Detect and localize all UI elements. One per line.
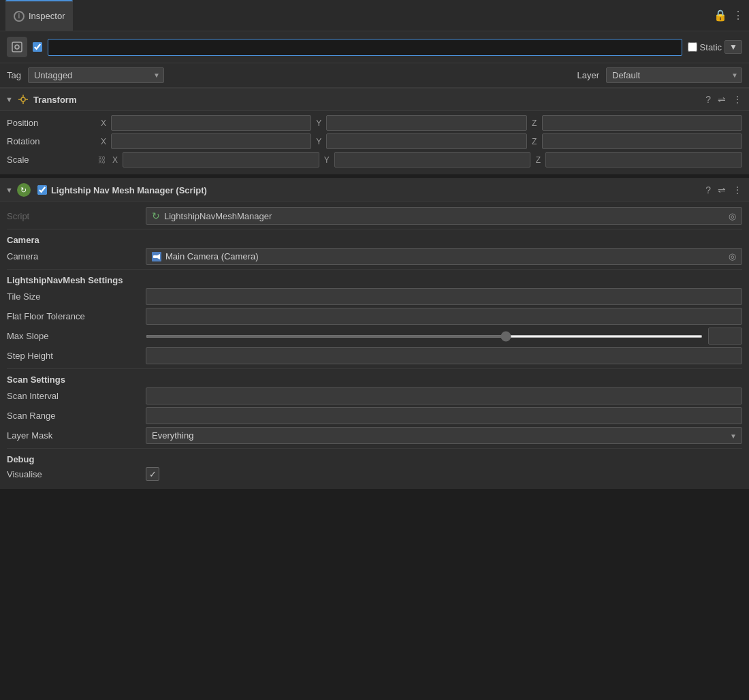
script-arrow-icon: ▼	[5, 186, 13, 194]
gameobject-name-input[interactable]: LightshipNavMeshManager	[48, 39, 682, 56]
script-dots-btn[interactable]: ⋮	[731, 183, 744, 197]
rotation-z-label: Z	[529, 137, 540, 146]
scale-y-input[interactable]: 1	[334, 152, 531, 168]
layer-mask-label: Layer Mask	[7, 430, 143, 441]
scan-interval-input[interactable]: 0.1	[146, 387, 742, 404]
flat-floor-label: Flat Floor Tolerance	[7, 311, 143, 321]
more-options-icon[interactable]: ⋮	[733, 9, 744, 22]
camera-field-label: Camera	[7, 251, 143, 261]
scale-z-input[interactable]: 1	[545, 152, 742, 168]
lock-icon[interactable]: 🔒	[714, 9, 727, 22]
script-actions: ? ⇌ ⋮	[704, 183, 744, 197]
position-x-label: X	[98, 118, 109, 128]
gameobject-row: LightshipNavMeshManager Static ▼	[0, 31, 749, 63]
script-component-content: Script ↻ LightshipNavMeshManager ◎ Camer…	[0, 202, 749, 489]
step-height-row: Step Height 0.1	[7, 347, 742, 364]
script-section-title: Lightship Nav Mesh Manager (Script)	[51, 185, 700, 195]
scan-range-input[interactable]: 1.5	[146, 407, 742, 424]
tag-select-wrapper: Untagged ▼	[28, 67, 164, 83]
visualise-label: Visualise	[7, 469, 143, 479]
scan-settings-heading: Scan Settings	[7, 375, 742, 385]
rotation-y-label: Y	[313, 137, 324, 146]
tile-size-input[interactable]: 0.15	[146, 288, 742, 305]
layer-mask-row: Layer Mask Everything Nothing Default ▼	[7, 427, 742, 444]
flat-floor-row: Flat Floor Tolerance 0.2	[7, 308, 742, 325]
max-slope-slider[interactable]	[146, 335, 703, 338]
rotation-x-input[interactable]: 0	[111, 133, 311, 149]
transform-section-header[interactable]: ▼ Transform ? ⇌ ⋮	[0, 88, 749, 111]
tile-size-label: Tile Size	[7, 291, 143, 302]
camera-row: Camera Main Camera (Camera) ◎	[7, 248, 742, 265]
transform-section-icon	[17, 93, 29, 106]
scan-interval-row: Scan Interval 0.1	[7, 387, 742, 404]
layer-select-wrapper: Default ▼	[606, 67, 742, 83]
tag-label: Tag	[7, 70, 21, 80]
max-slope-slider-container: 25	[146, 328, 742, 345]
inspector-tab[interactable]: i Inspector	[5, 0, 73, 31]
static-checkbox[interactable]	[688, 42, 697, 52]
rotation-z-input[interactable]: 0	[542, 133, 742, 149]
static-row: Static ▼	[688, 40, 742, 54]
step-height-input[interactable]: 0.1	[146, 347, 742, 364]
rotation-label: Rotation	[7, 136, 95, 146]
svg-rect-0	[12, 42, 22, 52]
rotation-xyz: X 0 Y 0 Z 0	[98, 133, 742, 149]
script-name: LightshipNavMeshManager	[164, 211, 272, 221]
max-slope-label: Max Slope	[7, 331, 143, 341]
camera-type-icon	[152, 252, 161, 261]
position-xyz: X 0 Y 0 Z 0	[98, 115, 742, 131]
inspector-header: i Inspector 🔒 ⋮	[0, 0, 749, 31]
layer-mask-select-wrapper: Everything Nothing Default ▼	[146, 427, 742, 444]
layer-label: Layer	[577, 70, 599, 80]
position-label: Position	[7, 118, 95, 128]
transform-help-btn[interactable]: ?	[704, 93, 712, 106]
script-section-header[interactable]: ▼ ↻ Lightship Nav Mesh Manager (Script) …	[0, 178, 749, 202]
transform-actions: ? ⇌ ⋮	[704, 93, 744, 106]
static-label: Static	[700, 42, 722, 52]
svg-rect-7	[153, 255, 157, 258]
position-x-input[interactable]: 0	[111, 115, 311, 131]
step-height-label: Step Height	[7, 351, 143, 361]
position-z-input[interactable]: 0	[542, 115, 742, 131]
script-section-icon: ↻	[17, 183, 31, 197]
header-actions: 🔒 ⋮	[714, 9, 744, 22]
transform-sliders-btn[interactable]: ⇌	[716, 93, 727, 106]
visualise-row: Visualise ✓	[7, 467, 742, 481]
transform-title: Transform	[33, 95, 700, 105]
script-component-icon: ↻	[152, 210, 160, 221]
rotation-row: Rotation X 0 Y 0 Z 0	[7, 133, 742, 149]
svg-point-1	[15, 45, 19, 49]
position-row: Position X 0 Y 0 Z 0	[7, 115, 742, 131]
layer-select[interactable]: Default	[606, 67, 742, 83]
script-sliders-btn[interactable]: ⇌	[716, 183, 727, 197]
gameobject-enabled-checkbox[interactable]	[33, 42, 42, 52]
svg-point-2	[21, 97, 25, 101]
visualise-checkbox[interactable]: ✓	[146, 467, 159, 481]
position-y-input[interactable]: 0	[326, 115, 526, 131]
static-dropdown-btn[interactable]: ▼	[724, 40, 742, 54]
rotation-y-input[interactable]: 0	[326, 133, 526, 149]
script-target-icon[interactable]: ◎	[729, 211, 736, 221]
svg-marker-8	[157, 254, 160, 259]
tag-select[interactable]: Untagged	[28, 67, 164, 83]
inspector-tab-label: Inspector	[29, 11, 65, 21]
position-y-label: Y	[313, 118, 324, 128]
camera-heading: Camera	[7, 235, 742, 245]
scale-y-label: Y	[321, 155, 332, 165]
scale-z-label: Z	[532, 155, 543, 165]
scale-x-input[interactable]: 1	[123, 152, 319, 168]
layer-mask-select[interactable]: Everything Nothing Default	[146, 427, 742, 444]
camera-value: Main Camera (Camera)	[165, 251, 259, 261]
gameobject-icon	[7, 37, 27, 57]
navmesh-settings-heading: LightshipNavMesh Settings	[7, 275, 742, 285]
max-slope-value-input[interactable]: 25	[708, 328, 742, 345]
scan-range-label: Scan Range	[7, 411, 143, 421]
transform-dots-btn[interactable]: ⋮	[731, 93, 744, 106]
scale-row: Scale ⛓ X 1 Y 1 Z 1	[7, 152, 742, 168]
inspector-icon: i	[14, 11, 25, 22]
flat-floor-input[interactable]: 0.2	[146, 308, 742, 325]
divider-4	[7, 448, 742, 449]
camera-target-icon[interactable]: ◎	[729, 251, 736, 261]
script-help-btn[interactable]: ?	[704, 183, 712, 197]
script-enabled-checkbox[interactable]	[37, 185, 47, 195]
